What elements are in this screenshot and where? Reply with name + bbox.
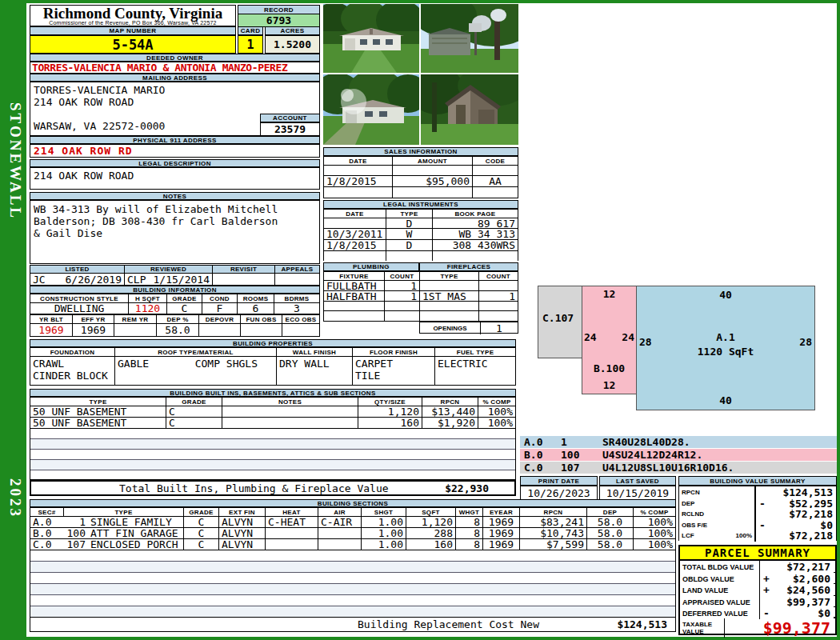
bs-heat-header: HEAT	[266, 508, 318, 516]
building-properties-title: BUILDING PROPERTIES	[30, 339, 516, 347]
foundation-header: FOUNDATION	[30, 348, 115, 356]
fireplaces-title: FIREPLACES	[419, 262, 518, 271]
ecoobs-value	[282, 324, 319, 336]
legal-instruments-table: DATE TYPE BOOK PAGE D 89 617 10/3/2011 W…	[323, 209, 518, 261]
building-information-title: BUILDING INFORMATION	[30, 286, 320, 294]
sketch-b-dim-bottom: 12	[603, 379, 616, 391]
record-value: 6793	[238, 14, 320, 27]
sketch-section-a-area: 1120 SqFt	[698, 346, 754, 358]
sketch-section-a: 40 28 28 A.1 1120 SqFt 40	[636, 286, 815, 410]
listed-header: LISTED	[30, 266, 125, 273]
reviewed-date: 1/15/2014	[154, 274, 210, 285]
funobs-header: FUN OBS	[241, 315, 282, 323]
legal-description-value: 214 OAK ROW ROAD	[34, 170, 134, 182]
bvs-row: OBS F/E -$0	[679, 519, 836, 530]
bins-comp-header: % COMP	[478, 398, 515, 406]
reviewed-header: REVIEWED	[125, 266, 213, 273]
sales-row: 1/8/2015 $95,000 AA	[324, 176, 518, 187]
openings-row: OPENINGS 1	[419, 322, 518, 334]
legal-instrument-row: D 89 617	[324, 218, 518, 229]
legal-description-label: LEGAL DESCRIPTION	[30, 159, 320, 167]
revisit-value	[213, 274, 275, 285]
building-properties-table: FOUNDATION ROOF TYPE/MATERIAL WALL FINIS…	[30, 347, 516, 386]
bs-air-header: AIR	[318, 508, 362, 516]
sketch-section-a-id: A.1	[716, 331, 734, 343]
parcel-row: APPRAISED VALUE $99,377	[680, 596, 835, 607]
bvs-row: RCLND $72,218	[679, 508, 836, 519]
parcel-row: LAND VALUE +$24,560	[680, 584, 835, 596]
revisit-header: REVISIT	[213, 266, 275, 273]
fixture-count-header: COUNT	[385, 272, 420, 280]
building-value-summary-title: BUILDING VALUE SUMMARY	[678, 476, 837, 486]
listed-date: 6/26/2019	[66, 274, 122, 285]
empty-legal-row	[324, 251, 518, 261]
empty-row	[30, 460, 515, 470]
built-ins-title: BUILDING BUILT INS, BASEMENTS, ATTICS & …	[30, 389, 516, 397]
reviewed-by: CLP	[127, 274, 146, 285]
built-ins-row: 50 UNF BASEMENT C 1,120 $13,440 100%	[30, 406, 515, 418]
empty-sales-row	[324, 166, 518, 176]
building-info-table-1: CONSTRUCTION STYLE H SQFT GRADE COND ROO…	[30, 294, 320, 314]
sketch-b-dim-top: 12	[603, 288, 616, 300]
building-section-row: A.0 1 SINGLE FAMILY C ALVYN C-HEAT C-AIR…	[30, 517, 675, 528]
house-front-photo[interactable]	[323, 4, 419, 73]
bins-qty-header: QTY/SIZE	[358, 398, 422, 406]
foundation-value-2: CINDER BLOCK	[33, 370, 108, 382]
plumbing-title: PLUMBING	[323, 262, 419, 271]
floor-finish-header: FLOOR FINISH	[353, 348, 435, 356]
last-saved-value: 10/15/2019	[599, 486, 676, 500]
openings-label: OPENINGS	[420, 322, 481, 334]
bs-eyear-header: EYEAR	[483, 508, 520, 516]
ecoobs-header: ECO OBS	[282, 315, 319, 323]
parcel-row: OBLDG VALUE +$2,600	[680, 573, 835, 584]
bvs-row: RPCN $124,513	[679, 486, 836, 498]
parcel-summary-title: PARCEL SUMMARY	[680, 546, 835, 561]
replacement-cost-label: Building Replacement Cost New	[358, 618, 539, 630]
house-side-photo[interactable]	[323, 74, 419, 145]
grade-value: C	[167, 303, 202, 314]
rooms-header: ROOMS	[238, 294, 274, 302]
legal-instrument-row: 1/8/2015 D 308 430WRS	[324, 240, 518, 251]
plumbing-row: HALFBATH 1 1ST MAS 1	[324, 291, 518, 302]
appeals-header: APPEALS	[275, 266, 319, 273]
listed-by: JC	[33, 274, 46, 285]
empty-row	[30, 595, 675, 606]
foundation-value-1: CRAWL	[33, 358, 64, 370]
taxable-value-row: TAXABLE VALUE $99,377	[680, 618, 835, 637]
wooden-shed-photo[interactable]	[421, 74, 518, 145]
empty-row	[30, 450, 515, 460]
hsqft-header: H SQFT	[129, 294, 167, 302]
bs-comp-header: % COMP	[634, 508, 675, 516]
commissioner-line: Commissioner of the Revenue, PO Box 366,…	[30, 20, 235, 26]
outbuilding-basketball-hoop-photo[interactable]	[421, 4, 518, 73]
openings-value: 1	[481, 322, 518, 334]
built-ins-total-row: Total Built Ins, Plumbing & Fireplace Va…	[30, 480, 516, 496]
sales-table: DATE AMOUNT CODE 1/8/2015 $95,000 AA	[323, 156, 518, 198]
fireplace-count-header: COUNT	[479, 272, 518, 280]
sketch-legend-row-c: C.0107U4L12U8SL10U16R10D16.	[520, 462, 837, 474]
acres-label: ACRES	[265, 26, 320, 35]
building-sections-table: SEC# TYPE GRADE EXT FIN HEAT AIR SHGT SQ…	[30, 507, 676, 617]
bins-grade-header: GRADE	[166, 398, 222, 406]
parcel-row: TOTAL BLDG VALUE $72,217	[680, 561, 835, 573]
floor-finish-value-1: CARPET	[355, 358, 393, 370]
photo-grid	[323, 4, 518, 146]
empty-row	[30, 573, 675, 584]
bins-type-header: TYPE	[30, 398, 166, 406]
bvs-row: DEP -$52,295	[679, 498, 836, 508]
sales-amount-header: AMOUNT	[393, 157, 473, 165]
taxable-value-amount: $99,377	[725, 618, 834, 638]
bins-rpcn-header: RPCN	[422, 398, 478, 406]
notes-box: WB 34-313 By will of Elizabeth Mitchell …	[30, 200, 320, 264]
print-date-label: PRINT DATE	[520, 476, 598, 486]
sales-information-title: SALES INFORMATION	[323, 147, 518, 156]
empty-plumbing-row	[324, 302, 518, 311]
built-ins-total-value: $22,930	[445, 482, 489, 494]
bs-whgt-header: WHGT	[456, 508, 483, 516]
sketch-section-c-id: C.107	[542, 312, 574, 324]
wall-finish-value: DRY WALL	[279, 358, 330, 370]
notes-line-1: WB 34-313 By will of Elizabeth Mitchell	[34, 203, 278, 215]
bs-dep-header: DEP	[587, 508, 634, 516]
replacement-cost-row: Building Replacement Cost New $124,513	[30, 617, 676, 632]
empty-sales-row	[324, 187, 518, 198]
